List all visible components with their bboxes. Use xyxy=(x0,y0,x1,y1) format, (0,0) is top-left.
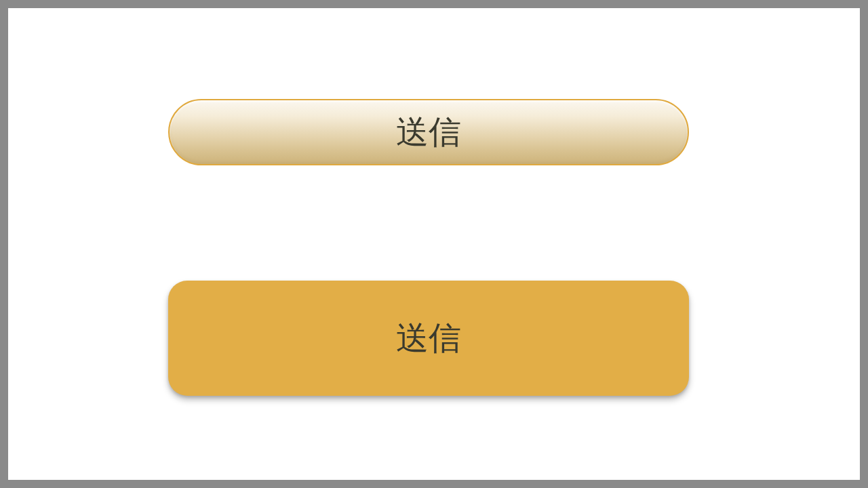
submit-button-pill-label: 送信 xyxy=(396,110,461,154)
submit-button-flat[interactable]: 送信 xyxy=(168,281,689,396)
canvas: 送信 送信 xyxy=(8,8,860,480)
submit-button-flat-label: 送信 xyxy=(396,317,461,360)
submit-button-pill[interactable]: 送信 xyxy=(168,99,689,165)
